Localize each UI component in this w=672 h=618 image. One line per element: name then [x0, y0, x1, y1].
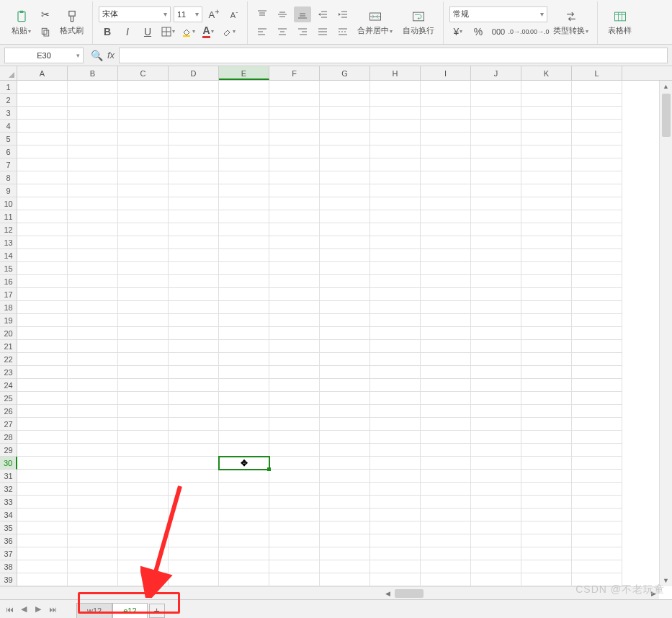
- cell[interactable]: [370, 210, 421, 223]
- cell[interactable]: [118, 496, 169, 509]
- cell[interactable]: [269, 573, 320, 586]
- cell[interactable]: [471, 171, 521, 184]
- cell[interactable]: [320, 133, 370, 145]
- cell[interactable]: [269, 288, 320, 301]
- cell[interactable]: [17, 483, 68, 496]
- cell[interactable]: [118, 120, 169, 133]
- cell[interactable]: [572, 133, 622, 145]
- cell[interactable]: [17, 405, 68, 418]
- cell[interactable]: [169, 81, 219, 94]
- cell[interactable]: [68, 133, 118, 145]
- cell[interactable]: [219, 534, 269, 547]
- cell[interactable]: [169, 120, 219, 133]
- cell[interactable]: [17, 431, 68, 444]
- cell[interactable]: [68, 457, 118, 470]
- first-sheet-button[interactable]: ⏮: [3, 603, 16, 616]
- scroll-up-icon[interactable]: ▲: [660, 81, 672, 92]
- cell[interactable]: [320, 560, 370, 573]
- cell[interactable]: [471, 521, 521, 534]
- row-header[interactable]: 9: [0, 184, 17, 197]
- cell[interactable]: [219, 366, 269, 379]
- cell[interactable]: [521, 210, 572, 223]
- cell[interactable]: [68, 444, 118, 457]
- cell[interactable]: [471, 158, 521, 171]
- cell[interactable]: [471, 94, 521, 107]
- align-right-button[interactable]: [294, 24, 311, 40]
- cell[interactable]: [521, 94, 572, 107]
- sheet-tab[interactable]: e12: [112, 603, 147, 619]
- cell[interactable]: [219, 197, 269, 210]
- cell[interactable]: [421, 431, 471, 444]
- cell[interactable]: [17, 120, 68, 133]
- row-header[interactable]: 39: [0, 573, 17, 586]
- cell[interactable]: [17, 94, 68, 107]
- cell[interactable]: [68, 81, 118, 94]
- row-header[interactable]: 19: [0, 314, 17, 327]
- cell[interactable]: [269, 107, 320, 120]
- cell[interactable]: [219, 301, 269, 314]
- cell[interactable]: [269, 223, 320, 236]
- cell[interactable]: [521, 275, 572, 288]
- cell[interactable]: [320, 470, 370, 483]
- row-header[interactable]: 16: [0, 275, 17, 288]
- cell[interactable]: [471, 496, 521, 509]
- cell[interactable]: [370, 262, 421, 275]
- row-header[interactable]: 4: [0, 120, 17, 133]
- increase-decimal-button[interactable]: .0→.00: [510, 24, 527, 40]
- cell[interactable]: [169, 521, 219, 534]
- cell[interactable]: [370, 431, 421, 444]
- row-header[interactable]: 2: [0, 94, 17, 107]
- cell[interactable]: [320, 288, 370, 301]
- cell[interactable]: [370, 327, 421, 340]
- next-sheet-button[interactable]: ▶: [32, 603, 45, 616]
- cell[interactable]: [269, 158, 320, 171]
- cell[interactable]: [269, 210, 320, 223]
- row-header[interactable]: 3: [0, 107, 17, 120]
- cell[interactable]: [68, 573, 118, 586]
- column-header[interactable]: G: [320, 66, 370, 80]
- cell[interactable]: [17, 210, 68, 223]
- font-name-select[interactable]: 宋体: [99, 6, 171, 22]
- cell[interactable]: [269, 496, 320, 509]
- cell[interactable]: [17, 392, 68, 405]
- cell[interactable]: [17, 171, 68, 184]
- cell[interactable]: [219, 81, 269, 94]
- cell[interactable]: [471, 573, 521, 586]
- cell[interactable]: [421, 573, 471, 586]
- cell[interactable]: [169, 301, 219, 314]
- cell[interactable]: [521, 560, 572, 573]
- cell[interactable]: [521, 314, 572, 327]
- cell[interactable]: [169, 145, 219, 158]
- cell[interactable]: [421, 405, 471, 418]
- cell[interactable]: [421, 262, 471, 275]
- cell[interactable]: [269, 133, 320, 145]
- cell[interactable]: [572, 184, 622, 197]
- cut-button[interactable]: ✂: [37, 6, 54, 22]
- cell[interactable]: [471, 197, 521, 210]
- cell[interactable]: [118, 210, 169, 223]
- cell[interactable]: [169, 353, 219, 366]
- row-header[interactable]: 32: [0, 483, 17, 496]
- hscroll-thumb[interactable]: [395, 589, 424, 598]
- cell[interactable]: [421, 353, 471, 366]
- cell[interactable]: [320, 379, 370, 392]
- cell[interactable]: [471, 379, 521, 392]
- cell[interactable]: [572, 560, 622, 573]
- cell[interactable]: [269, 366, 320, 379]
- cell[interactable]: [118, 145, 169, 158]
- cell[interactable]: [471, 353, 521, 366]
- cell[interactable]: [320, 405, 370, 418]
- cell[interactable]: [421, 145, 471, 158]
- cell[interactable]: [421, 560, 471, 573]
- font-color-button[interactable]: A: [200, 24, 217, 40]
- cell[interactable]: [219, 483, 269, 496]
- cell[interactable]: [269, 547, 320, 560]
- cell[interactable]: [471, 288, 521, 301]
- cell[interactable]: [572, 81, 622, 94]
- percent-button[interactable]: %: [470, 24, 487, 40]
- cell[interactable]: [169, 107, 219, 120]
- cell[interactable]: [68, 145, 118, 158]
- cell[interactable]: [219, 340, 269, 353]
- cell[interactable]: [17, 327, 68, 340]
- cell[interactable]: [169, 171, 219, 184]
